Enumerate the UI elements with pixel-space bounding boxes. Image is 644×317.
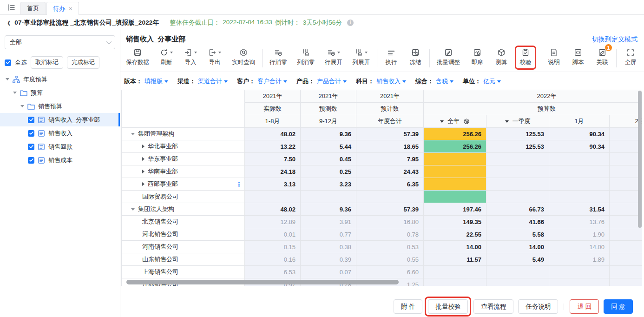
caret-right-icon[interactable]	[142, 170, 145, 173]
grid-cell[interactable]: 14.00	[549, 241, 610, 253]
grid-cell[interactable]: 13.76	[549, 216, 610, 228]
grid-cell[interactable]: 90.34	[549, 140, 610, 153]
row-label-华北事业部[interactable]: 华北事业部	[122, 140, 245, 153]
filter-value[interactable]: 销售收入	[376, 77, 406, 86]
grid-cell[interactable]: 5.58	[486, 228, 549, 241]
toolbar-列展开[interactable]: 列展开	[353, 48, 370, 66]
caret-right-icon[interactable]	[142, 182, 145, 186]
grid-cell[interactable]: 5.44	[301, 140, 356, 153]
grid-cell[interactable]: 0.16	[245, 253, 301, 266]
grid-cell[interactable]	[424, 178, 486, 191]
linked-icon[interactable]	[463, 118, 470, 125]
column-header-type[interactable]: 预计数	[356, 103, 424, 115]
caret-down-icon[interactable]	[20, 105, 24, 107]
toolbar-换行[interactable]: 换行	[384, 48, 398, 66]
approve-button[interactable]: 同 意	[604, 299, 633, 314]
toolbar-行展开[interactable]: 行展开	[325, 48, 342, 66]
tab-待办[interactable]: 待办×	[46, 2, 79, 15]
column-header-period[interactable]: 9-12月	[301, 115, 356, 128]
sidebar-item-预算[interactable]: 预算	[0, 86, 120, 99]
grid-cell[interactable]: 41.66	[486, 216, 549, 228]
toolbar-行消零[interactable]: 行消零	[269, 48, 287, 66]
grid-cell[interactable]: 24.18	[245, 165, 301, 178]
grid-cell[interactable]	[610, 241, 643, 253]
complete-mark-button[interactable]: 完成标记	[67, 56, 99, 69]
row-label-华南事业部[interactable]: 华南事业部	[122, 165, 245, 178]
grid-cell[interactable]: 48.02	[245, 203, 301, 216]
grid-cell[interactable]: 48.02	[245, 128, 301, 140]
row-label-华东事业部[interactable]: 华东事业部	[122, 153, 245, 165]
tree-checkbox[interactable]	[28, 117, 34, 123]
toolbar-导入[interactable]: 导入	[184, 48, 197, 66]
grid-cell[interactable]: 66.73	[486, 203, 549, 216]
grid-cell[interactable]: 6.60	[356, 266, 424, 278]
row-label-国际贸易公司[interactable]: 国际贸易公司	[122, 191, 245, 203]
row-label-集团法人架构[interactable]: 集团法人架构	[122, 203, 245, 216]
grid-cell[interactable]	[486, 191, 549, 203]
caret-down-icon[interactable]	[131, 133, 135, 135]
view-flow-button[interactable]: 查看流程	[473, 299, 513, 314]
grid-cell[interactable]: 0.45	[301, 153, 356, 165]
row-label-河南销售公司[interactable]: 河南销售公司	[122, 241, 245, 253]
sidebar-item-销售收入[interactable]: 销售收入	[0, 126, 120, 140]
column-header-period[interactable]: 一季度	[486, 115, 549, 128]
grid-cell[interactable]	[610, 278, 643, 286]
row-label-上海销售公司[interactable]: 上海销售公司	[122, 266, 245, 278]
tree-checkbox[interactable]	[28, 130, 34, 137]
row-label-北京销售公司[interactable]: 北京销售公司	[122, 216, 245, 228]
info-icon[interactable]: i	[347, 20, 354, 26]
grid-cell[interactable]: 0.15	[245, 241, 301, 253]
column-header-period[interactable]: 全年	[424, 115, 486, 128]
caret-down-icon[interactable]	[6, 78, 9, 80]
toolbar-列消零[interactable]: 列消零	[297, 48, 315, 66]
toolbar-说明[interactable]: 说明	[547, 48, 561, 66]
grid-cell[interactable]: 125.53	[486, 140, 549, 153]
grid-cell[interactable]: 0.07	[301, 266, 356, 278]
toolbar-导出[interactable]: 导出	[208, 48, 222, 66]
grid-cell[interactable]: 0.39	[301, 253, 356, 266]
task-note-button[interactable]: 任务说明	[518, 299, 558, 314]
toolbar-脚本[interactable]: 脚本	[571, 48, 585, 66]
sidebar-item-销售回款[interactable]: 销售回款	[0, 140, 120, 153]
grid-cell[interactable]	[549, 165, 610, 178]
column-header-period[interactable]: 1月	[549, 115, 610, 128]
grid-cell[interactable]: 0.53	[356, 241, 424, 253]
grid-cell[interactable]: 57.39	[356, 203, 424, 216]
grid-cell[interactable]: 57.39	[356, 128, 424, 140]
grid-cell[interactable]	[424, 278, 486, 286]
toolbar-刷新[interactable]: 刷新	[159, 48, 173, 66]
grid-cell[interactable]	[549, 153, 610, 165]
grid-cell[interactable]	[610, 266, 643, 278]
column-header-type[interactable]: 实际数	[245, 103, 301, 115]
column-header-type[interactable]: 预测数	[301, 103, 356, 115]
grid-cell[interactable]: 3.23	[301, 178, 356, 191]
tree-checkbox[interactable]	[28, 157, 34, 164]
grid-cell[interactable]	[486, 153, 549, 165]
grid-cell[interactable]	[356, 191, 424, 203]
attachment-button[interactable]: 附 件	[394, 299, 423, 314]
caret-right-icon[interactable]	[142, 145, 145, 148]
grid-cell[interactable]	[610, 128, 643, 140]
sidebar-item-销售预算[interactable]: 销售预算	[0, 99, 120, 113]
grid-cell[interactable]: 24.43	[356, 165, 424, 178]
column-header-period[interactable]: 1-8月	[245, 115, 301, 128]
grid-cell[interactable]: 6.35	[356, 178, 424, 191]
column-header-period[interactable]: 年度合计	[356, 115, 424, 128]
row-label-西部事业部[interactable]: 西部事业部⋮	[122, 178, 245, 191]
reject-button[interactable]: 退 回	[570, 299, 599, 314]
grid-cell[interactable]	[301, 191, 356, 203]
column-header-year[interactable]: 2021年	[245, 90, 301, 103]
grid-cell[interactable]	[486, 278, 549, 286]
filter-value[interactable]: 渠道合计	[198, 77, 228, 86]
grid-cell[interactable]	[610, 153, 643, 165]
caret-down-icon[interactable]	[131, 208, 135, 211]
grid-cell[interactable]: 12.89	[245, 216, 301, 228]
caret-right-icon[interactable]	[142, 157, 145, 161]
grid-cell[interactable]: 16.80	[356, 216, 424, 228]
toolbar-批量调整[interactable]: 批量调整	[437, 48, 460, 66]
toolbar-即席[interactable]: 即席	[470, 48, 484, 66]
grid-cell[interactable]	[424, 266, 486, 278]
grid-cell[interactable]: 0.01	[245, 228, 301, 241]
grid-cell[interactable]	[549, 191, 610, 203]
grid-cell[interactable]: 9.36	[301, 203, 356, 216]
